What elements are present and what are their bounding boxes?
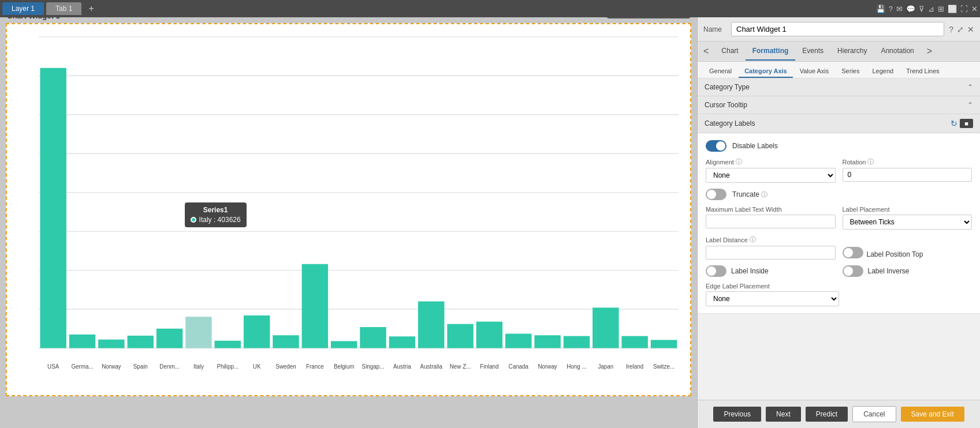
svg-text:Germa...: Germa... <box>71 363 93 370</box>
category-labels-toggle-dark[interactable]: ■ <box>960 119 973 128</box>
disable-labels-toggle[interactable] <box>706 140 726 152</box>
tab-tab1[interactable]: Tab 1 <box>46 2 81 15</box>
svg-text:Finland: Finland <box>480 363 498 370</box>
subtab-trend-lines[interactable]: Trend Lines <box>900 65 945 78</box>
subtab-general[interactable]: General <box>703 65 737 78</box>
subtab-category-axis[interactable]: Category Axis <box>739 65 793 78</box>
label-position-top-toggle[interactable] <box>843 247 863 258</box>
disable-labels-row: Disable Labels <box>706 140 972 152</box>
section-collapse-icon: ⌃ <box>967 83 973 91</box>
chart-area: 00.5M1.0M1.5M2.0M2.5M3.0M3.5M4.0MUSAGerm… <box>7 24 690 395</box>
edge-label-placement-select[interactable]: None <box>706 291 839 306</box>
section-category-labels[interactable]: Category Labels ↻ ■ <box>698 114 980 133</box>
panel-header: Name ? ⤢ ✕ <box>698 17 980 42</box>
cancel-button[interactable]: Cancel <box>852 406 896 422</box>
panel-tab-prev[interactable]: < <box>698 42 714 61</box>
rotation-info-icon[interactable]: ⓘ <box>867 157 874 166</box>
rotation-input[interactable] <box>843 168 972 182</box>
subtab-series[interactable]: Series <box>836 65 865 78</box>
label-placement-label: Label Placement <box>843 206 972 213</box>
refresh-icon[interactable]: ↻ <box>951 119 957 128</box>
svg-rect-36 <box>302 264 328 348</box>
toggle-knob <box>716 141 725 151</box>
svg-rect-60 <box>651 340 677 348</box>
rotation-label: Rotation ⓘ <box>843 157 972 166</box>
widget-title: Chart Widget 1 <box>7 17 60 20</box>
svg-rect-48 <box>476 322 502 348</box>
svg-text:Switze...: Switze... <box>653 363 675 370</box>
tab-chart[interactable]: Chart <box>714 42 745 61</box>
close-icon[interactable]: ✕ <box>971 5 978 13</box>
label-distance-label: Label Distance ⓘ <box>706 235 836 244</box>
label-distance-col: Label Distance ⓘ -1 <box>706 235 836 260</box>
widget-name-input[interactable] <box>731 22 944 36</box>
max-label-width-input[interactable]: 40 <box>706 215 836 228</box>
chevron-up-icon: ⌃ <box>967 83 973 91</box>
tab-hierarchy[interactable]: Hierarchy <box>830 42 874 61</box>
svg-rect-28 <box>185 317 211 348</box>
panel-resize-icon[interactable]: ⤢ <box>957 25 964 34</box>
mail-icon[interactable]: ✉ <box>896 5 903 13</box>
label-distance-row: Label Distance ⓘ -1 Label Position Top <box>706 235 972 260</box>
filter1-icon[interactable]: ⊽ <box>919 5 925 13</box>
label-inverse-toggle[interactable] <box>843 265 863 277</box>
topbar-icons: 💾 ? ✉ 💬 ⊽ ⊿ ⊞ ⬜ ⛶ ✕ <box>876 5 978 13</box>
panel-footer: Previous Next Predict Cancel Save and Ex… <box>698 400 980 428</box>
panel-tabs: < Chart Formatting Events Hierarchy Anno… <box>698 42 980 62</box>
svg-rect-38 <box>331 341 357 348</box>
svg-text:Hong ...: Hong ... <box>567 363 586 370</box>
svg-rect-22 <box>98 340 124 348</box>
truncate-info-icon[interactable]: ⓘ <box>761 191 767 198</box>
alignment-label: Alignment ⓘ <box>706 157 836 166</box>
filter2-icon[interactable]: ⊿ <box>928 5 934 13</box>
subtab-legend[interactable]: Legend <box>866 65 899 78</box>
expand-icon[interactable]: ⛶ <box>960 5 968 13</box>
svg-text:Japan: Japan <box>598 363 613 370</box>
alignment-info-icon[interactable]: ⓘ <box>736 157 742 166</box>
alignment-rotation-row: Alignment ⓘ None Left Center Right Rotat… <box>706 157 972 183</box>
save-exit-button[interactable]: Save and Exit <box>901 407 964 422</box>
truncate-row: Truncate ⓘ <box>706 189 972 200</box>
li-knob <box>707 266 716 276</box>
svg-rect-52 <box>534 335 560 348</box>
tab-annotation[interactable]: Annotation <box>874 42 921 61</box>
panel-tab-next[interactable]: > <box>921 42 938 61</box>
tab-add-button[interactable]: + <box>85 2 97 15</box>
truncate-label: Truncate ⓘ <box>732 190 767 199</box>
svg-rect-34 <box>273 335 299 348</box>
previous-button[interactable]: Previous <box>713 407 761 422</box>
panel-content: Category Type ⌃ Cursor Tooltip ⌃ Categor… <box>698 78 980 400</box>
truncate-toggle[interactable] <box>706 189 726 200</box>
label-placement-col: Label Placement Between Ticks On Ticks <box>843 206 972 230</box>
alignment-select[interactable]: None Left Center Right <box>706 168 836 183</box>
panel-close-icon[interactable]: ✕ <box>967 25 974 34</box>
widget-container: Chart Widget 1 ⊕ 〜 ✎ ⚙ ↓ ⋮ 00.5M1.0M1.5M… <box>6 23 691 396</box>
tab-events[interactable]: Events <box>795 42 830 61</box>
max-label-row: Maximum Label Text Width 40 Label Placem… <box>706 206 972 230</box>
next-button[interactable]: Next <box>766 407 801 422</box>
label-inside-label: Label Inside <box>731 267 769 275</box>
tab-formatting[interactable]: Formatting <box>746 42 796 61</box>
sub-tabs: General Category Axis Value Axis Series … <box>698 62 980 78</box>
chat-icon[interactable]: 💬 <box>906 5 915 13</box>
save-icon[interactable]: 💾 <box>876 5 885 13</box>
svg-text:Canada: Canada <box>509 363 529 370</box>
tab-layer1[interactable]: Layer 1 <box>2 2 44 15</box>
panel-header-icons: ? ⤢ ✕ <box>949 25 974 34</box>
label-inside-row: Label Inside Label Inverse <box>706 265 972 277</box>
subtab-value-axis[interactable]: Value Axis <box>794 65 835 78</box>
label-inside-toggle[interactable] <box>706 265 726 277</box>
label-distance-input[interactable]: -1 <box>706 246 836 260</box>
resize-icon[interactable]: ⬜ <box>948 5 957 13</box>
section-cursor-tooltip[interactable]: Cursor Tooltip ⌃ <box>698 96 980 114</box>
label-placement-select[interactable]: Between Ticks On Ticks <box>843 215 972 230</box>
section-category-type[interactable]: Category Type ⌃ <box>698 78 980 96</box>
predict-button[interactable]: Predict <box>806 407 848 422</box>
svg-text:Australia: Australia <box>420 363 442 370</box>
alignment-col: Alignment ⓘ None Left Center Right <box>706 157 836 183</box>
svg-rect-50 <box>505 334 531 348</box>
help-icon[interactable]: ? <box>889 5 893 13</box>
panel-help-icon[interactable]: ? <box>949 25 953 34</box>
grid-icon[interactable]: ⊞ <box>938 5 944 13</box>
label-distance-info-icon[interactable]: ⓘ <box>750 235 756 244</box>
